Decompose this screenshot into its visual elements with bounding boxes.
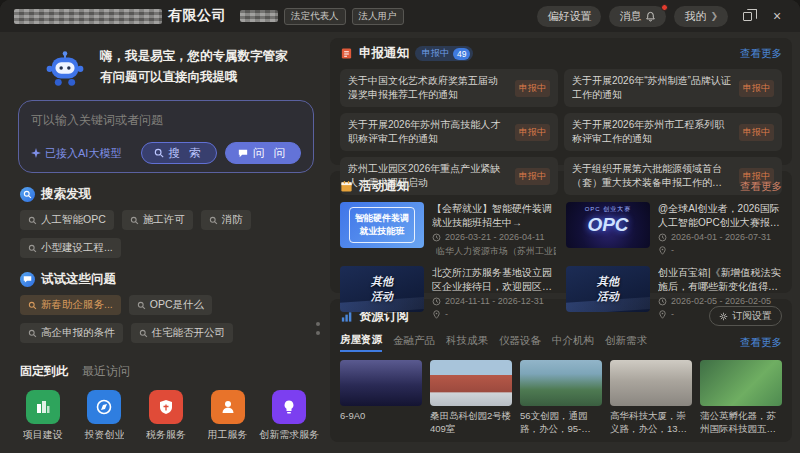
question-chip[interactable]: 新春助企服务... <box>20 295 121 315</box>
robot-avatar-icon <box>42 44 88 90</box>
sparkle-icon <box>31 148 41 158</box>
greeting-line2: 有问题可以直接向我提哦 <box>100 67 288 88</box>
tab-intermediary[interactable]: 中介机构 <box>552 334 594 351</box>
notification-dot <box>661 4 668 11</box>
status-badge: 申报中 <box>515 168 550 185</box>
app-innovation-demand[interactable]: 创新需求服务 <box>258 390 320 442</box>
app-window: 有限公司 法定代表人 法人用户 偏好设置 消息 我的 ❯ × <box>0 0 800 453</box>
quick-apps-grid: 项目建设 投资创业 税务服务 用工服务 创新需求服务 载体资源 办事服务 <box>12 390 320 453</box>
notices-more-link[interactable]: 查看更多 <box>740 47 782 61</box>
location-pin-icon <box>658 310 667 319</box>
resources-more-link[interactable]: 查看更多 <box>740 336 782 350</box>
restore-window-button[interactable] <box>736 5 758 27</box>
notice-item[interactable]: 关于开展2026年苏州市高技能人才职称评审工作的通知申报中 <box>340 113 558 151</box>
gear-icon <box>719 312 728 321</box>
close-window-button[interactable]: × <box>766 5 788 27</box>
preferences-label: 偏好设置 <box>547 9 591 24</box>
property-card[interactable]: 桑田岛科创园2号楼409室 <box>430 360 512 436</box>
property-card[interactable]: 高华科技大厦，崇义路，办公，1340㎡ <box>610 360 692 436</box>
tab-finance[interactable]: 金融产品 <box>393 334 435 351</box>
status-badge: 申报中 <box>739 80 774 97</box>
questions-title: 试试这些问题 <box>41 271 116 288</box>
notices-title: 申报通知 <box>359 45 409 62</box>
discover-title: 搜索发现 <box>41 186 91 203</box>
building-icon <box>26 390 60 424</box>
company-suffix: 有限公司 <box>168 7 226 25</box>
discover-chip[interactable]: 人工智能OPC <box>20 210 114 230</box>
activity-item[interactable]: 智能硬件装调就业技能班 【会帮就业】智能硬件装调就业技能班招生中→ 2026-0… <box>340 202 556 258</box>
location-pin-icon <box>658 246 667 255</box>
tab-recent[interactable]: 最近访问 <box>82 363 130 380</box>
clock-icon <box>658 233 667 242</box>
activities-more-link[interactable]: 查看更多 <box>740 180 782 194</box>
assistant-greeting: 嗨，我是易宝，您的专属数字管家 有问题可以直接向我提哦 <box>42 44 324 90</box>
search-button[interactable]: 搜 索 <box>141 142 217 164</box>
chat-icon <box>238 148 248 158</box>
legal-rep-badge: 法定代表人 <box>284 8 346 25</box>
property-cards: 6-9A0 桑田岛科创园2号楼409室 56文创园，通园路，办公，95-1800… <box>340 360 782 436</box>
activity-thumbnail: OPC 创业大赛 OPC <box>566 202 650 248</box>
preferences-button[interactable]: 偏好设置 <box>537 6 601 27</box>
search-icon <box>28 216 37 225</box>
assistant-input-box: 已接入AI大模型 搜 索 问 问 <box>18 100 314 173</box>
document-icon <box>340 47 353 60</box>
discover-icon <box>20 187 35 202</box>
lightbulb-icon <box>272 390 306 424</box>
activities-title: 活动通知 <box>359 178 409 195</box>
discover-header: 搜索发现 <box>20 186 312 203</box>
clock-icon <box>432 297 441 306</box>
questions-header: 试试这些问题 <box>20 271 312 288</box>
app-labor-service[interactable]: 用工服务 <box>197 390 259 442</box>
discover-chip[interactable]: 施工许可 <box>122 210 193 230</box>
messages-button[interactable]: 消息 <box>609 6 666 27</box>
resource-subscription-section: 资源订阅 订阅设置 房屋资源 金融产品 科技成果 仪器设备 中介机构 创新需求 … <box>330 299 792 442</box>
ai-model-note: 已接入AI大模型 <box>31 146 121 161</box>
my-label: 我的 <box>684 9 706 24</box>
app-invest-startup[interactable]: 投资创业 <box>74 390 136 442</box>
activity-item[interactable]: 其他活动 北交所江苏服务基地设立园区企业接待日，欢迎园区企业来访来询！ 2024… <box>340 266 556 319</box>
notice-item[interactable]: 关于中国文化艺术政府奖第五届动漫奖申报推荐工作的通知申报中 <box>340 69 558 107</box>
tab-instruments[interactable]: 仪器设备 <box>499 334 541 351</box>
questions-icon <box>20 272 35 287</box>
bell-icon <box>645 11 656 22</box>
discover-chip[interactable]: 小型建设工程... <box>20 238 121 258</box>
messages-label: 消息 <box>619 9 641 24</box>
question-chip[interactable]: 高企申报的条件 <box>20 323 123 343</box>
redacted-company-name <box>14 9 162 24</box>
property-photo <box>340 360 422 406</box>
discover-chip[interactable]: 消防 <box>201 210 251 230</box>
activity-item[interactable]: OPC 创业大赛 OPC @全球AI创业者，2026国际人工智能OPC创业大赛报… <box>566 202 782 258</box>
app-tax-service[interactable]: 税务服务 <box>135 390 197 442</box>
chevron-right-icon: ❯ <box>710 11 718 21</box>
notice-item[interactable]: 关于开展2026年“苏州制造”品牌认证工作的通知申报中 <box>564 69 782 107</box>
property-card[interactable]: 56文创园，通园路，办公，95-1800㎡ <box>520 360 602 436</box>
question-chips: 新春助企服务... OPC是什么 高企申报的条件 住宅能否开公司 <box>20 295 312 343</box>
status-badge: 申报中 <box>739 124 774 141</box>
search-icon <box>28 301 37 310</box>
scroll-indicator <box>316 322 320 335</box>
ask-button[interactable]: 问 问 <box>225 142 301 164</box>
property-photo <box>430 360 512 406</box>
tab-tech-results[interactable]: 科技成果 <box>446 334 488 351</box>
question-input[interactable] <box>31 113 301 127</box>
my-menu-button[interactable]: 我的 ❯ <box>674 6 728 27</box>
app-project-construction[interactable]: 项目建设 <box>12 390 74 442</box>
question-chip[interactable]: OPC是什么 <box>129 295 212 315</box>
search-icon <box>154 148 164 158</box>
shield-icon <box>149 390 183 424</box>
property-card[interactable]: 蒲公英孵化器，苏州国际科技园五期，… <box>700 360 782 436</box>
tab-housing[interactable]: 房屋资源 <box>340 333 382 352</box>
property-photo <box>520 360 602 406</box>
tab-innovation-demand[interactable]: 创新需求 <box>605 334 647 351</box>
property-photo <box>610 360 692 406</box>
restore-icon <box>743 12 752 21</box>
notice-item[interactable]: 关于开展2026年苏州市工程系列职称评审工作的通知申报中 <box>564 113 782 151</box>
quick-apps-tabs: 固定到此 最近访问 <box>20 363 312 380</box>
question-chip[interactable]: 住宅能否开公司 <box>131 323 234 343</box>
property-card[interactable]: 6-9A0 <box>340 360 422 436</box>
property-photo <box>700 360 782 406</box>
tab-pinned[interactable]: 固定到此 <box>20 363 68 380</box>
assistant-panel: 嗨，我是易宝，您的专属数字管家 有问题可以直接向我提哦 已接入AI大模型 搜 索 <box>8 36 324 453</box>
subscription-settings-button[interactable]: 订阅设置 <box>709 306 782 326</box>
declaration-notices-section: 申报通知 申报中49 查看更多 关于中国文化艺术政府奖第五届动漫奖申报推荐工作的… <box>330 38 792 165</box>
